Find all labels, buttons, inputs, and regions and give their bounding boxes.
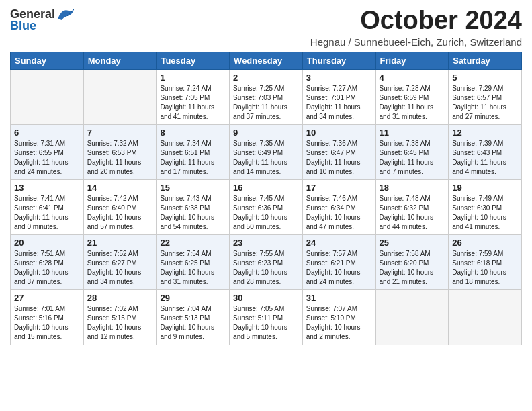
day-number: 18 bbox=[380, 183, 445, 193]
day-info: Sunrise: 7:51 AMSunset: 6:28 PMDaylight:… bbox=[14, 250, 69, 285]
day-number: 21 bbox=[87, 238, 153, 248]
logo-blue-text: Blue bbox=[10, 19, 36, 33]
day-number: 4 bbox=[380, 73, 445, 83]
day-info: Sunrise: 7:45 AMSunset: 6:36 PMDaylight:… bbox=[233, 195, 287, 230]
day-info: Sunrise: 7:01 AMSunset: 5:16 PMDaylight:… bbox=[14, 305, 69, 340]
day-info: Sunrise: 7:36 AMSunset: 6:47 PMDaylight:… bbox=[306, 140, 361, 175]
day-number: 31 bbox=[306, 293, 372, 303]
day-info: Sunrise: 7:29 AMSunset: 6:57 PMDaylight:… bbox=[452, 85, 506, 120]
calendar-week-row: 13Sunrise: 7:41 AMSunset: 6:41 PMDayligh… bbox=[11, 179, 522, 234]
calendar-cell: 31Sunrise: 7:07 AMSunset: 5:10 PMDayligh… bbox=[302, 289, 375, 345]
day-info: Sunrise: 7:32 AMSunset: 6:53 PMDaylight:… bbox=[87, 140, 142, 175]
day-number: 3 bbox=[306, 73, 372, 83]
day-info: Sunrise: 7:07 AMSunset: 5:10 PMDaylight:… bbox=[306, 305, 361, 340]
day-info: Sunrise: 7:42 AMSunset: 6:40 PMDaylight:… bbox=[87, 195, 142, 230]
calendar-cell bbox=[449, 289, 522, 345]
day-number: 24 bbox=[306, 238, 372, 248]
day-info: Sunrise: 7:59 AMSunset: 6:18 PMDaylight:… bbox=[452, 250, 506, 285]
calendar-cell: 1Sunrise: 7:24 AMSunset: 7:05 PMDaylight… bbox=[157, 69, 230, 124]
day-info: Sunrise: 7:57 AMSunset: 6:21 PMDaylight:… bbox=[306, 250, 361, 285]
day-info: Sunrise: 7:39 AMSunset: 6:43 PMDaylight:… bbox=[452, 140, 506, 175]
day-number: 20 bbox=[14, 238, 80, 248]
calendar-week-row: 20Sunrise: 7:51 AMSunset: 6:28 PMDayligh… bbox=[11, 234, 522, 289]
calendar-header-row: SundayMondayTuesdayWednesdayThursdayFrid… bbox=[11, 52, 522, 69]
day-number: 10 bbox=[306, 128, 372, 138]
day-info: Sunrise: 7:54 AMSunset: 6:25 PMDaylight:… bbox=[160, 250, 214, 285]
day-info: Sunrise: 7:31 AMSunset: 6:55 PMDaylight:… bbox=[14, 140, 69, 175]
calendar-cell: 8Sunrise: 7:34 AMSunset: 6:51 PMDaylight… bbox=[157, 124, 230, 179]
logo: General Blue bbox=[10, 7, 75, 33]
day-info: Sunrise: 7:43 AMSunset: 6:38 PMDaylight:… bbox=[160, 195, 214, 230]
logo-bird-icon bbox=[56, 7, 75, 21]
day-number: 26 bbox=[452, 238, 518, 248]
calendar-cell: 19Sunrise: 7:49 AMSunset: 6:30 PMDayligh… bbox=[449, 179, 522, 234]
calendar-week-row: 1Sunrise: 7:24 AMSunset: 7:05 PMDaylight… bbox=[11, 69, 522, 124]
day-info: Sunrise: 7:48 AMSunset: 6:32 PMDaylight:… bbox=[380, 195, 434, 230]
calendar-cell: 12Sunrise: 7:39 AMSunset: 6:43 PMDayligh… bbox=[449, 124, 522, 179]
day-info: Sunrise: 7:27 AMSunset: 7:01 PMDaylight:… bbox=[306, 85, 361, 120]
day-info: Sunrise: 7:52 AMSunset: 6:27 PMDaylight:… bbox=[87, 250, 142, 285]
day-info: Sunrise: 7:24 AMSunset: 7:05 PMDaylight:… bbox=[160, 85, 214, 120]
column-header-wednesday: Wednesday bbox=[230, 52, 303, 69]
day-info: Sunrise: 7:38 AMSunset: 6:45 PMDaylight:… bbox=[380, 140, 434, 175]
day-number: 28 bbox=[87, 293, 153, 303]
day-number: 30 bbox=[233, 293, 299, 303]
calendar-cell: 23Sunrise: 7:55 AMSunset: 6:23 PMDayligh… bbox=[230, 234, 303, 289]
day-info: Sunrise: 7:02 AMSunset: 5:15 PMDaylight:… bbox=[87, 305, 142, 340]
column-header-sunday: Sunday bbox=[11, 52, 84, 69]
calendar-cell: 18Sunrise: 7:48 AMSunset: 6:32 PMDayligh… bbox=[375, 179, 449, 234]
calendar-cell: 30Sunrise: 7:05 AMSunset: 5:11 PMDayligh… bbox=[230, 289, 303, 345]
column-header-tuesday: Tuesday bbox=[157, 52, 230, 69]
calendar-cell: 29Sunrise: 7:04 AMSunset: 5:13 PMDayligh… bbox=[157, 289, 230, 345]
calendar-week-row: 27Sunrise: 7:01 AMSunset: 5:16 PMDayligh… bbox=[11, 289, 522, 345]
calendar-cell bbox=[11, 69, 84, 124]
calendar-cell: 25Sunrise: 7:58 AMSunset: 6:20 PMDayligh… bbox=[375, 234, 449, 289]
day-number: 17 bbox=[306, 183, 372, 193]
calendar-cell: 5Sunrise: 7:29 AMSunset: 6:57 PMDaylight… bbox=[449, 69, 522, 124]
day-number: 12 bbox=[452, 128, 518, 138]
calendar-cell: 24Sunrise: 7:57 AMSunset: 6:21 PMDayligh… bbox=[302, 234, 375, 289]
calendar-week-row: 6Sunrise: 7:31 AMSunset: 6:55 PMDaylight… bbox=[11, 124, 522, 179]
location-subtitle: Hegnau / Sunnebueel-Eich, Zurich, Switze… bbox=[310, 36, 522, 48]
day-info: Sunrise: 7:25 AMSunset: 7:03 PMDaylight:… bbox=[233, 85, 287, 120]
page-header: General Blue October 2024 Hegnau / Sunne… bbox=[10, 7, 522, 48]
calendar-cell: 28Sunrise: 7:02 AMSunset: 5:15 PMDayligh… bbox=[83, 289, 157, 345]
day-number: 9 bbox=[233, 128, 299, 138]
column-header-thursday: Thursday bbox=[302, 52, 375, 69]
calendar-cell: 10Sunrise: 7:36 AMSunset: 6:47 PMDayligh… bbox=[302, 124, 375, 179]
day-number: 22 bbox=[160, 238, 226, 248]
calendar-cell: 4Sunrise: 7:28 AMSunset: 6:59 PMDaylight… bbox=[375, 69, 449, 124]
day-number: 2 bbox=[233, 73, 299, 83]
day-number: 25 bbox=[380, 238, 445, 248]
day-number: 1 bbox=[160, 73, 226, 83]
calendar-cell: 13Sunrise: 7:41 AMSunset: 6:41 PMDayligh… bbox=[11, 179, 84, 234]
calendar-cell: 16Sunrise: 7:45 AMSunset: 6:36 PMDayligh… bbox=[230, 179, 303, 234]
day-number: 19 bbox=[452, 183, 518, 193]
title-area: October 2024 Hegnau / Sunnebueel-Eich, Z… bbox=[310, 7, 522, 48]
day-number: 15 bbox=[160, 183, 226, 193]
day-number: 7 bbox=[87, 128, 153, 138]
calendar-cell: 14Sunrise: 7:42 AMSunset: 6:40 PMDayligh… bbox=[83, 179, 157, 234]
day-info: Sunrise: 7:41 AMSunset: 6:41 PMDaylight:… bbox=[14, 195, 69, 230]
calendar-cell: 21Sunrise: 7:52 AMSunset: 6:27 PMDayligh… bbox=[83, 234, 157, 289]
calendar-cell bbox=[83, 69, 157, 124]
calendar-cell: 26Sunrise: 7:59 AMSunset: 6:18 PMDayligh… bbox=[449, 234, 522, 289]
day-number: 14 bbox=[87, 183, 153, 193]
calendar-table: SundayMondayTuesdayWednesdayThursdayFrid… bbox=[10, 52, 522, 345]
day-number: 13 bbox=[14, 183, 80, 193]
day-number: 16 bbox=[233, 183, 299, 193]
calendar-cell: 2Sunrise: 7:25 AMSunset: 7:03 PMDaylight… bbox=[230, 69, 303, 124]
calendar-cell: 7Sunrise: 7:32 AMSunset: 6:53 PMDaylight… bbox=[83, 124, 157, 179]
day-number: 8 bbox=[160, 128, 226, 138]
day-info: Sunrise: 7:58 AMSunset: 6:20 PMDaylight:… bbox=[380, 250, 434, 285]
calendar-cell: 20Sunrise: 7:51 AMSunset: 6:28 PMDayligh… bbox=[11, 234, 84, 289]
day-info: Sunrise: 7:04 AMSunset: 5:13 PMDaylight:… bbox=[160, 305, 214, 340]
column-header-friday: Friday bbox=[375, 52, 449, 69]
day-info: Sunrise: 7:46 AMSunset: 6:34 PMDaylight:… bbox=[306, 195, 361, 230]
calendar-cell: 22Sunrise: 7:54 AMSunset: 6:25 PMDayligh… bbox=[157, 234, 230, 289]
day-number: 29 bbox=[160, 293, 226, 303]
day-number: 6 bbox=[14, 128, 80, 138]
calendar-cell: 6Sunrise: 7:31 AMSunset: 6:55 PMDaylight… bbox=[11, 124, 84, 179]
calendar-cell: 17Sunrise: 7:46 AMSunset: 6:34 PMDayligh… bbox=[302, 179, 375, 234]
column-header-saturday: Saturday bbox=[449, 52, 522, 69]
